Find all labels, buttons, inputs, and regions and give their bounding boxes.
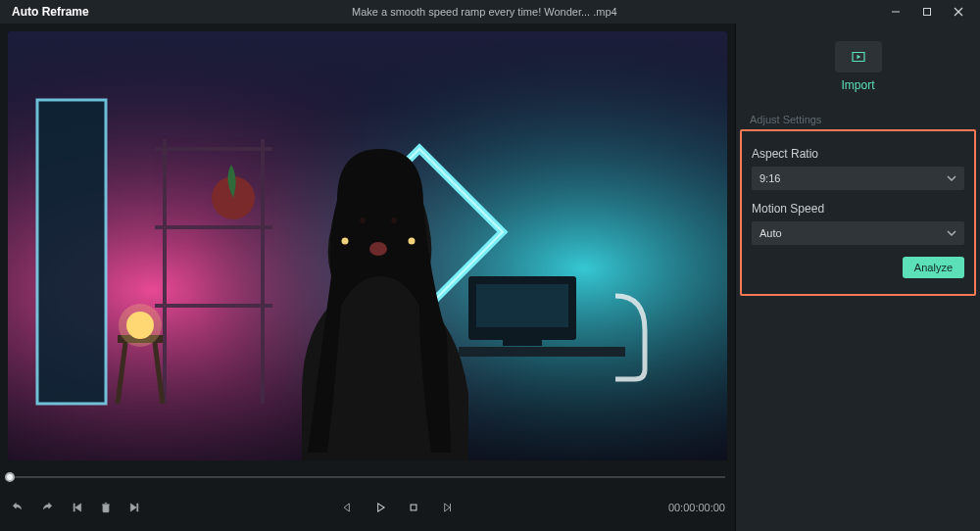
- svg-rect-25: [459, 347, 625, 357]
- motion-speed-value: Auto: [760, 227, 782, 239]
- timecode-display: 00:00:00:00: [668, 502, 725, 513]
- timeline-track: [10, 476, 725, 478]
- app-title: Auto Reframe: [6, 5, 89, 19]
- aspect-ratio-select[interactable]: 9:16: [752, 167, 964, 190]
- import-arrow-icon: [849, 0, 868, 2]
- side-panel: Import Adjust Settings Aspect Ratio 9:16…: [735, 24, 980, 531]
- svg-rect-9: [37, 100, 106, 404]
- clip-icon: [850, 48, 867, 66]
- timeline-playhead[interactable]: [5, 472, 15, 482]
- settings-header: Adjust Settings: [736, 106, 980, 129]
- minimize-button[interactable]: [880, 0, 911, 24]
- svg-point-31: [409, 238, 416, 245]
- import-thumb: [835, 41, 882, 72]
- svg-point-27: [369, 242, 387, 256]
- svg-rect-32: [103, 505, 109, 512]
- svg-rect-1: [924, 9, 931, 16]
- undo-button[interactable]: [10, 500, 25, 515]
- jump-end-button[interactable]: [127, 500, 143, 515]
- redo-button[interactable]: [39, 500, 55, 515]
- close-icon: [954, 7, 963, 17]
- step-forward-button[interactable]: [439, 500, 455, 515]
- close-button[interactable]: [943, 0, 974, 24]
- step-back-button[interactable]: [339, 500, 355, 515]
- svg-point-21: [119, 304, 162, 347]
- import-block[interactable]: Import: [736, 24, 980, 106]
- minimize-icon: [891, 7, 901, 17]
- preview-pane: 00:00:00:00: [0, 24, 735, 531]
- settings-highlight: Aspect Ratio 9:16 Motion Speed Auto Anal…: [740, 129, 976, 296]
- analyze-button[interactable]: Analyze: [903, 257, 964, 278]
- timeline[interactable]: [10, 466, 725, 488]
- play-button[interactable]: [372, 500, 388, 515]
- svg-rect-23: [476, 284, 568, 327]
- motion-speed-label: Motion Speed: [752, 202, 964, 216]
- maximize-icon: [922, 7, 932, 17]
- svg-point-28: [360, 217, 366, 223]
- svg-rect-24: [503, 340, 542, 346]
- chevron-down-icon: [947, 173, 956, 183]
- chevron-down-icon: [947, 228, 956, 238]
- motion-speed-select[interactable]: Auto: [752, 221, 964, 245]
- maximize-button[interactable]: [911, 0, 943, 24]
- file-title: Make a smooth speed ramp every time! Won…: [89, 6, 880, 18]
- stop-button[interactable]: [406, 500, 421, 515]
- title-bar: Auto Reframe Make a smooth speed ramp ev…: [0, 0, 980, 24]
- jump-start-button[interactable]: [69, 500, 84, 515]
- window-buttons: [880, 0, 974, 24]
- video-preview[interactable]: [8, 31, 727, 460]
- video-frame-illustration: [8, 31, 727, 460]
- import-label: Import: [841, 78, 874, 92]
- aspect-ratio-value: 9:16: [760, 172, 780, 184]
- aspect-ratio-label: Aspect Ratio: [752, 147, 964, 161]
- svg-rect-33: [411, 505, 416, 510]
- transport-controls: 00:00:00:00: [10, 490, 725, 525]
- delete-button[interactable]: [98, 500, 114, 515]
- svg-point-30: [342, 238, 349, 245]
- svg-point-29: [391, 217, 397, 223]
